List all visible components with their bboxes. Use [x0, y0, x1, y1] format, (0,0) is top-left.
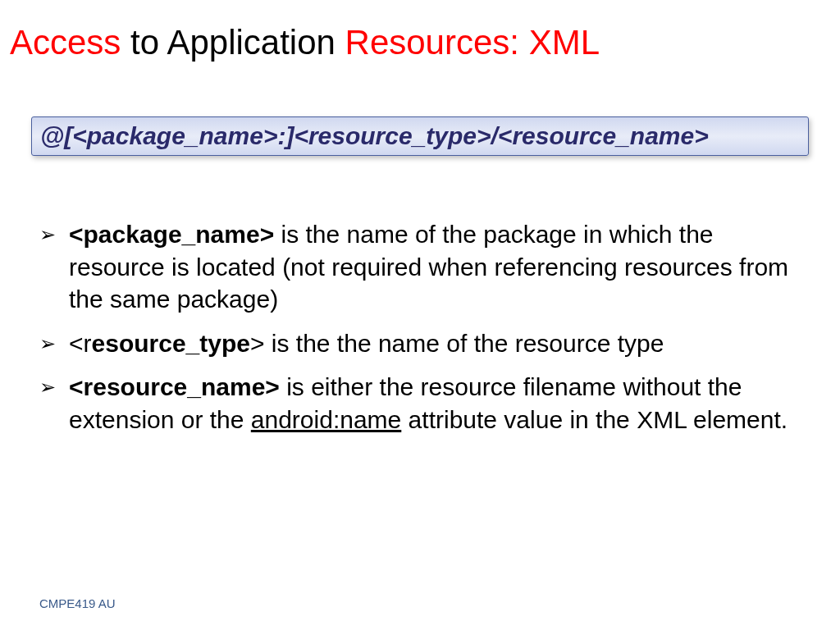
bullet-text: <resource_name> is either the resource f… — [69, 371, 802, 436]
bullet-text: <resource_type> is the the name of the r… — [69, 327, 802, 360]
prefix: <r — [69, 330, 92, 357]
underline-term: android:name — [251, 406, 401, 433]
term: <package_name> — [69, 221, 274, 248]
term: esource_type — [92, 330, 250, 357]
bullet-text: <package_name> is the name of the packag… — [69, 218, 802, 316]
title-part1: Access — [10, 23, 121, 62]
suffix: > — [250, 330, 265, 357]
list-item: ➢ <resource_name> is either the resource… — [39, 371, 802, 436]
title-part2: to Application — [121, 23, 345, 62]
desc2: attribute value in the XML element. — [401, 406, 788, 433]
bullet-icon: ➢ — [39, 327, 69, 357]
term: <resource_name> — [69, 373, 280, 400]
footer-text: CMPE419 AU — [39, 596, 116, 610]
title-part3: Resources: XML — [345, 23, 600, 62]
desc: is the the name of the resource type — [264, 330, 664, 357]
slide-title: Access to Application Resources: XML — [10, 23, 600, 62]
syntax-box: @[<package_name>:]<resource_type>/<resou… — [31, 116, 809, 156]
list-item: ➢ <resource_type> is the the name of the… — [39, 327, 802, 360]
list-item: ➢ <package_name> is the name of the pack… — [39, 218, 802, 316]
bullet-icon: ➢ — [39, 371, 69, 400]
syntax-text: @[<package_name>:]<resource_type>/<resou… — [40, 122, 709, 149]
bullet-list: ➢ <package_name> is the name of the pack… — [39, 218, 802, 448]
bullet-icon: ➢ — [39, 218, 69, 248]
